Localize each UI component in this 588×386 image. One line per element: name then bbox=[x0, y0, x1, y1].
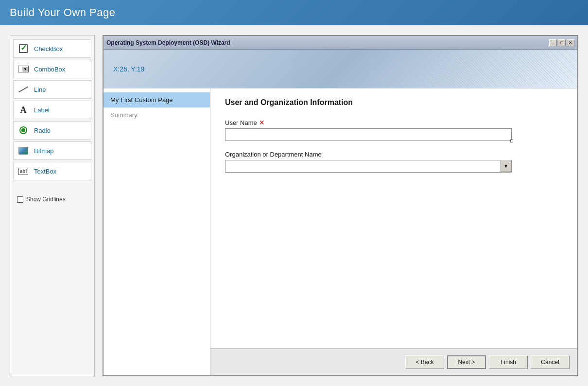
toolbox-item-radio[interactable]: Radio bbox=[13, 121, 91, 140]
wizard-main: User and Organization Information User N… bbox=[210, 88, 577, 348]
maximize-button[interactable]: □ bbox=[558, 39, 566, 46]
bitmap-label: Bitmap bbox=[34, 147, 53, 155]
required-star: ✕ bbox=[259, 119, 265, 126]
combobox-label: ComboBox bbox=[34, 66, 65, 73]
minimize-button[interactable]: ─ bbox=[549, 39, 557, 46]
wizard-header: X:26, Y:19 bbox=[104, 50, 577, 88]
toolbox-separator bbox=[13, 182, 91, 188]
combobox-icon bbox=[17, 63, 29, 75]
org-name-label: Organization or Department Name bbox=[225, 151, 563, 158]
wizard-coordinates: X:26, Y:19 bbox=[113, 65, 144, 73]
top-banner: Build Your Own Page bbox=[0, 0, 588, 25]
show-gridlines-checkbox[interactable] bbox=[17, 196, 23, 203]
nav-item-custom-page[interactable]: My First Custom Page bbox=[104, 92, 210, 107]
cancel-button[interactable]: Cancel bbox=[531, 355, 570, 369]
show-gridlines-row[interactable]: Show Gridlines bbox=[13, 193, 91, 206]
wizard-nav: My First Custom Page Summary bbox=[104, 88, 210, 375]
radio-icon bbox=[17, 124, 29, 136]
org-name-combobox[interactable]: ▼ bbox=[225, 160, 512, 173]
checkbox-icon bbox=[17, 43, 29, 54]
page-title: Build Your Own Page bbox=[10, 6, 115, 19]
show-gridlines-label: Show Gridlines bbox=[26, 196, 66, 203]
wizard-content: My First Custom Page Summary User and Or… bbox=[104, 88, 577, 375]
line-label: Line bbox=[34, 86, 46, 93]
back-button[interactable]: < Back bbox=[405, 355, 444, 369]
user-name-input-wrapper bbox=[225, 128, 512, 141]
toolbox-item-textbox[interactable]: abl TextBox bbox=[13, 162, 91, 180]
label-icon: A bbox=[17, 104, 29, 116]
nav-item-summary[interactable]: Summary bbox=[104, 107, 210, 123]
checkbox-label: CheckBox bbox=[34, 45, 63, 53]
user-name-group: User Name ✕ bbox=[225, 119, 563, 141]
toolbox-item-label[interactable]: A Label bbox=[13, 101, 91, 119]
close-button[interactable]: ✕ bbox=[567, 39, 574, 46]
label-label: Label bbox=[34, 106, 50, 114]
toolbox-panel: CheckBox ComboBox Line A Label Radio bbox=[10, 35, 95, 376]
bitmap-icon bbox=[17, 145, 29, 157]
textbox-icon: abl bbox=[17, 165, 29, 177]
wizard-right: User and Organization Information User N… bbox=[210, 88, 577, 375]
user-name-label: User Name ✕ bbox=[225, 119, 563, 126]
window-controls: ─ □ ✕ bbox=[549, 39, 574, 46]
main-layout: CheckBox ComboBox Line A Label Radio bbox=[0, 25, 588, 386]
toolbox-item-bitmap[interactable]: Bitmap bbox=[13, 141, 91, 160]
resize-handle[interactable] bbox=[510, 140, 513, 142]
toolbox-item-combobox[interactable]: ComboBox bbox=[13, 60, 91, 78]
section-title: User and Organization Information bbox=[225, 98, 563, 107]
toolbox-item-line[interactable]: Line bbox=[13, 80, 91, 99]
org-name-group: Organization or Department Name ▼ bbox=[225, 151, 563, 173]
radio-label: Radio bbox=[34, 127, 51, 134]
user-name-input[interactable] bbox=[225, 128, 512, 141]
window-title: Operating System Deployment (OSD) Wizard bbox=[106, 39, 230, 46]
wizard-window: Operating System Deployment (OSD) Wizard… bbox=[103, 35, 578, 376]
textbox-label: TextBox bbox=[34, 168, 56, 175]
line-icon bbox=[17, 84, 29, 95]
org-name-input[interactable] bbox=[225, 160, 501, 172]
finish-button[interactable]: Finish bbox=[489, 355, 528, 369]
window-titlebar: Operating System Deployment (OSD) Wizard… bbox=[104, 36, 577, 50]
toolbox-item-checkbox[interactable]: CheckBox bbox=[13, 39, 91, 58]
wizard-bottom-bar: < Back Next > Finish Cancel bbox=[210, 348, 577, 375]
combobox-dropdown-button[interactable]: ▼ bbox=[501, 160, 511, 172]
next-button[interactable]: Next > bbox=[447, 355, 486, 369]
